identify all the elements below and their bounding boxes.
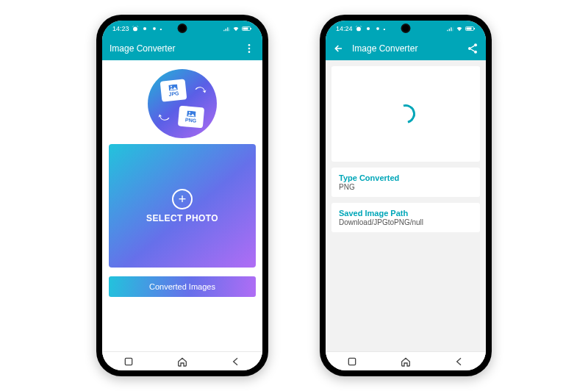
phone-frame-left: 14:23 • — [96, 15, 268, 376]
notif-icon-2 — [151, 25, 158, 32]
svg-point-21 — [468, 47, 471, 50]
svg-rect-18 — [467, 28, 472, 30]
svg-rect-13 — [126, 358, 132, 365]
nav-back-icon[interactable] — [453, 356, 465, 367]
nav-home-icon[interactable] — [176, 356, 188, 367]
svg-point-1 — [143, 27, 146, 30]
wifi-icon — [232, 25, 240, 32]
status-more: • — [160, 26, 162, 32]
status-time: 14:23 — [112, 25, 129, 32]
svg-rect-9 — [168, 84, 178, 90]
screen-right: 14:24 • — [326, 21, 486, 370]
svg-rect-23 — [349, 358, 356, 365]
signal-icon — [446, 25, 453, 32]
saved-path-title: Saved Image Path — [339, 209, 473, 218]
wifi-icon — [456, 25, 463, 32]
battery-icon — [242, 25, 252, 32]
converted-images-button[interactable]: Converted Images — [109, 276, 256, 297]
svg-rect-5 — [251, 28, 251, 29]
svg-rect-2 — [153, 27, 155, 29]
select-photo-button[interactable]: + SELECT PHOTO — [109, 144, 256, 268]
nav-back-icon[interactable] — [230, 356, 242, 367]
logo-jpg-label: JPG — [168, 90, 179, 96]
svg-point-14 — [356, 27, 361, 32]
share-icon[interactable] — [467, 43, 478, 54]
svg-point-22 — [474, 51, 477, 54]
screen-left: 14:23 • — [102, 21, 262, 370]
swap-arrow-icon — [191, 83, 209, 101]
status-bar: 14:24 • — [326, 21, 486, 37]
phone-frame-right: 14:24 • — [320, 15, 492, 376]
saved-path-value: Download/JPGtoPNG/null — [339, 218, 473, 226]
app-bar: Image Converter — [326, 37, 486, 60]
app-bar: Image Converter — [102, 37, 262, 60]
logo-png-label: PNG — [185, 117, 197, 123]
type-converted-title: Type Converted — [339, 173, 473, 182]
system-nav-bar — [326, 351, 486, 370]
saved-path-card: Saved Image Path Download/JPGtoPNG/null — [331, 203, 480, 232]
signal-icon — [223, 25, 230, 32]
preview-card — [331, 66, 480, 162]
logo-card-jpg: JPG — [160, 79, 187, 101]
select-photo-label: SELECT PHOTO — [146, 213, 218, 223]
swap-arrow-icon — [156, 107, 174, 125]
status-bar: 14:23 • — [102, 21, 262, 37]
converted-images-label: Converted Images — [149, 282, 215, 291]
svg-point-8 — [248, 51, 251, 53]
svg-point-0 — [133, 27, 137, 32]
status-left-cluster: 14:23 • — [112, 25, 162, 32]
back-arrow-icon[interactable] — [333, 43, 345, 54]
logo-card-png: PNG — [178, 106, 204, 129]
loading-spinner-icon — [392, 101, 419, 127]
notif-icon — [365, 25, 372, 32]
svg-rect-19 — [474, 28, 475, 29]
system-nav-bar — [102, 351, 262, 370]
svg-point-20 — [474, 43, 477, 46]
plus-icon: + — [172, 189, 193, 209]
svg-point-15 — [366, 27, 369, 30]
notif-icon — [141, 25, 148, 32]
status-right-cluster — [446, 25, 476, 32]
app-logo: JPG PNG — [148, 69, 217, 138]
svg-rect-16 — [376, 27, 379, 29]
type-converted-value: PNG — [339, 183, 473, 191]
app-title: Image Converter — [352, 43, 459, 54]
svg-point-6 — [248, 44, 251, 46]
status-time: 14:24 — [336, 25, 353, 32]
alarm-icon — [132, 25, 139, 32]
logo-inner: JPG PNG — [157, 78, 208, 129]
svg-point-7 — [248, 48, 251, 50]
status-left-cluster: 14:24 • — [336, 25, 385, 32]
type-converted-card: Type Converted PNG — [331, 168, 480, 197]
status-more: • — [384, 26, 386, 32]
nav-recent-icon[interactable] — [123, 356, 135, 367]
nav-home-icon[interactable] — [400, 356, 412, 367]
nav-recent-icon[interactable] — [346, 356, 358, 367]
notif-icon-2 — [374, 25, 381, 32]
status-right-cluster — [223, 25, 252, 32]
alarm-icon — [355, 25, 362, 32]
app-title: Image Converter — [110, 43, 236, 54]
battery-icon — [465, 25, 476, 32]
main-content: Type Converted PNG Saved Image Path Down… — [326, 60, 486, 351]
main-content: JPG PNG + SELECT PHOTO — [102, 60, 262, 351]
overflow-menu-icon[interactable] — [243, 43, 255, 54]
svg-rect-4 — [243, 28, 248, 30]
